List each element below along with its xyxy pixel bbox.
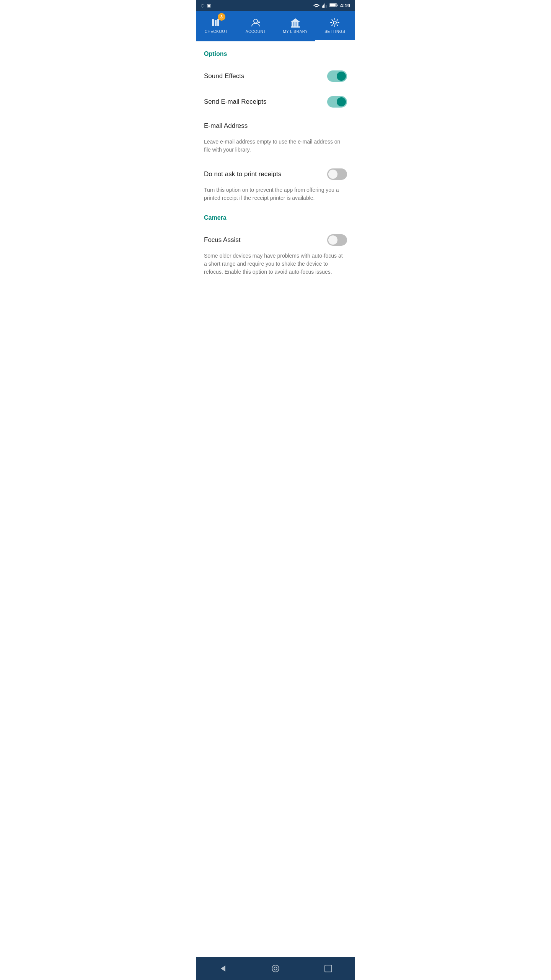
nav-item-account-label: ACCOUNT	[246, 29, 266, 34]
svg-rect-6	[330, 4, 336, 7]
sound-effects-toggle[interactable]	[327, 70, 347, 82]
account-icon	[250, 17, 261, 28]
send-email-row: Send E-mail Receipts	[204, 89, 347, 114]
spinner-icon: ◌	[201, 3, 205, 8]
print-receipts-label: Do not ask to print receipts	[204, 170, 281, 178]
print-receipts-toggle[interactable]	[327, 168, 347, 180]
svg-rect-18	[291, 26, 300, 28]
focus-assist-row: Focus Assist	[204, 234, 347, 249]
focus-assist-section: Focus Assist Some older devices may have…	[204, 227, 347, 282]
print-receipts-row: Do not ask to print receipts	[204, 168, 347, 183]
nav-bar: 3 CHECKOUT ACCOUNT	[196, 11, 355, 41]
options-section: Options Sound Effects Send E-mail Receip…	[204, 51, 347, 114]
settings-icon	[329, 17, 340, 28]
main-content: Options Sound Effects Send E-mail Receip…	[196, 41, 355, 291]
svg-rect-15	[295, 22, 297, 26]
sound-effects-row: Sound Effects	[204, 64, 347, 89]
focus-assist-knob	[328, 235, 337, 245]
send-email-label: Send E-mail Receipts	[204, 98, 266, 106]
focus-assist-toggle[interactable]	[327, 234, 347, 246]
camera-section: Camera Focus Assist Some older devices m…	[204, 214, 347, 282]
status-bar: ◌ ▣ 4:19	[196, 0, 355, 11]
nav-item-account[interactable]: ACCOUNT	[236, 11, 276, 41]
svg-rect-13	[292, 22, 293, 26]
email-address-label: E-mail Address	[204, 122, 347, 130]
svg-rect-5	[337, 5, 337, 6]
print-receipts-section: Do not ask to print receipts Turn this o…	[204, 162, 347, 208]
svg-rect-7	[212, 19, 214, 26]
focus-assist-label: Focus Assist	[204, 236, 240, 244]
svg-rect-1	[323, 5, 324, 8]
svg-point-10	[254, 19, 258, 23]
email-address-section: E-mail Address Leave e-mail address empt…	[204, 114, 347, 154]
svg-point-19	[333, 21, 336, 24]
nav-item-my-library[interactable]: MY LIBRARY	[276, 11, 315, 41]
camera-title: Camera	[204, 214, 347, 221]
wifi-icon	[313, 3, 320, 8]
nav-item-settings[interactable]: SETTINGS	[315, 11, 355, 41]
email-hint-text: Leave e-mail address empty to use the e-…	[204, 138, 347, 154]
sound-effects-knob	[337, 72, 346, 81]
svg-rect-3	[326, 5, 326, 8]
signal-icon	[322, 3, 327, 8]
options-title: Options	[204, 51, 347, 57]
battery-icon	[329, 3, 338, 8]
nav-item-checkout[interactable]: 3 CHECKOUT	[196, 11, 236, 41]
svg-rect-16	[297, 22, 298, 26]
focus-assist-desc: Some older devices may have problems wit…	[204, 252, 347, 282]
email-divider	[204, 136, 347, 136]
print-receipts-desc: Turn this option on to prevent the app f…	[204, 186, 347, 208]
sound-effects-label: Sound Effects	[204, 72, 245, 80]
svg-rect-8	[215, 20, 217, 26]
svg-rect-14	[293, 22, 295, 26]
svg-rect-2	[324, 3, 325, 8]
nav-item-checkout-label: CHECKOUT	[205, 29, 228, 34]
checkout-badge: 3	[218, 13, 225, 21]
send-email-knob	[337, 97, 346, 106]
library-icon	[290, 17, 301, 28]
print-receipts-knob	[328, 170, 337, 179]
status-time: 4:19	[340, 3, 350, 8]
send-email-toggle[interactable]	[327, 96, 347, 108]
nav-item-library-label: MY LIBRARY	[283, 29, 308, 34]
nav-item-settings-label: SETTINGS	[324, 29, 345, 34]
svg-rect-0	[322, 6, 323, 8]
notification-icon: ▣	[207, 3, 211, 8]
svg-marker-17	[291, 18, 300, 22]
